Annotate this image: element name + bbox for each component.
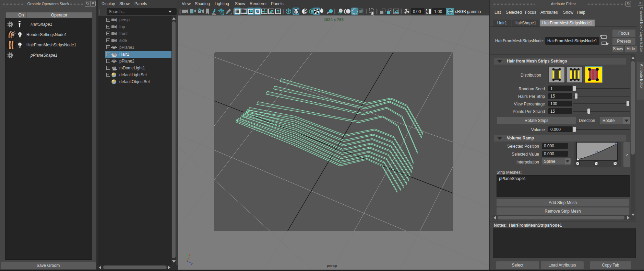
- svg-text:persp: persp: [327, 263, 337, 268]
- svg-text:HairShape1: HairShape1: [31, 22, 52, 27]
- svg-text:pPlane1: pPlane1: [119, 45, 134, 50]
- svg-text:side: side: [119, 38, 127, 43]
- svg-text:ON: ON: [448, 10, 452, 13]
- svg-text:persp: persp: [119, 18, 130, 22]
- svg-text:defaultLightSet: defaultLightSet: [119, 72, 147, 77]
- svg-text:RenderSettingsNode1: RenderSettingsNode1: [26, 32, 67, 37]
- svg-text:1024 x 768: 1024 x 768: [324, 18, 344, 22]
- svg-text:x: x: [189, 253, 191, 257]
- svg-text:1.00: 1.00: [434, 9, 442, 14]
- svg-text:0.00: 0.00: [413, 9, 421, 14]
- svg-text:pPlaneShape1: pPlaneShape1: [30, 53, 58, 58]
- svg-text:top: top: [119, 24, 125, 29]
- svg-text:pPlane2: pPlane2: [119, 59, 134, 64]
- svg-text:y: y: [186, 253, 188, 257]
- svg-text:z: z: [191, 262, 193, 266]
- svg-text:HairFromMeshStripsNode1: HairFromMeshStripsNode1: [26, 43, 76, 47]
- svg-text:defaultObjectSet: defaultObjectSet: [119, 79, 150, 84]
- svg-text:sRGB gamma: sRGB gamma: [455, 9, 481, 14]
- svg-text:front: front: [119, 31, 128, 36]
- svg-text:Hair1: Hair1: [119, 52, 129, 57]
- svg-text:rsDomeLight1: rsDomeLight1: [119, 66, 145, 70]
